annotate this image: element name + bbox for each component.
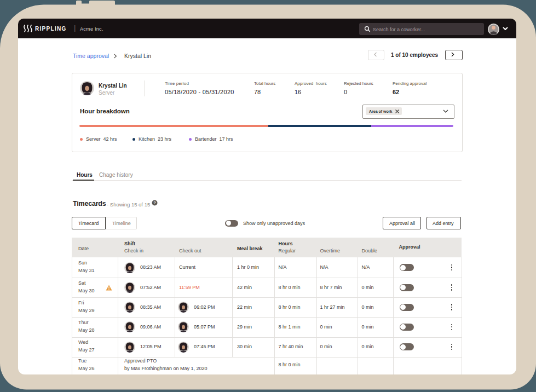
svg-text:?: ? xyxy=(153,200,156,205)
